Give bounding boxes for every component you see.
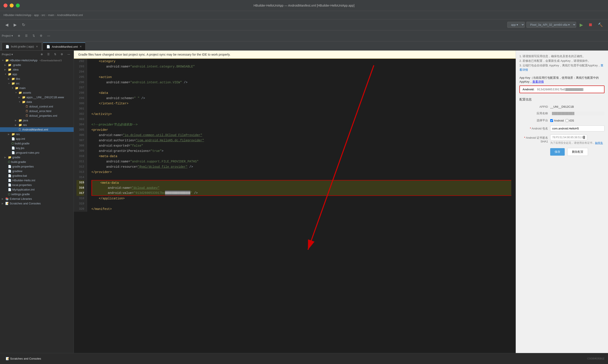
sidebar-item-gradle-properties[interactable]: ▶ 📄 gradle.properties	[0, 164, 74, 169]
run-button[interactable]: ▶	[578, 21, 585, 28]
sidebar-item-scratches-label: Scratches and Consoles	[10, 202, 41, 205]
form-label-sha1: * Android 证书签名SHA1	[519, 134, 548, 143]
sidebar-item-dcloud-properties[interactable]: ▶ 🗒 dcloud_properties.xml	[0, 113, 74, 118]
sidebar-item-scratches[interactable]: ▶ 📝 Scratches and Consoles	[0, 201, 74, 206]
emulator-selector[interactable]: Pixel_3a_API_32_arm64-v8a ▾	[526, 22, 576, 28]
sidebar-list-icon[interactable]: ☰	[46, 52, 52, 57]
list-button[interactable]: ☰	[23, 33, 29, 38]
back-button[interactable]: ◀	[3, 22, 10, 28]
sidebar-item-res2[interactable]: ▶ 📁 res	[0, 132, 74, 136]
form-value-appid: __UNI__D912C1B	[550, 105, 605, 108]
file-icon: 📄	[8, 174, 12, 177]
form-row-sha1: * Android 证书签名SHA1 为了应用安全起见，请使用自有证书，如何生	[519, 134, 605, 145]
arrow-icon: ▶	[4, 68, 7, 71]
sha1-input[interactable]	[550, 134, 587, 140]
code-line-295: <action	[91, 75, 511, 80]
forward-button[interactable]: ▶	[12, 22, 18, 28]
sidebar-item-gradle-folder[interactable]: ▶ 📁 gradle	[0, 155, 74, 160]
sidebar-item-androidmanifest[interactable]: ▶ 🗒 AndroidManifest.xml	[0, 127, 74, 132]
folder-icon: 📁	[18, 119, 22, 122]
ln-295: 295	[77, 75, 84, 80]
breadcrumb-item[interactable]: src	[41, 13, 45, 17]
html-icon: 🗒	[26, 109, 28, 113]
delete-config-button[interactable]: 删除配置	[567, 148, 588, 156]
folder-icon: 📁	[18, 123, 22, 127]
sidebar-item-hbuilder-hello[interactable]: ▶ 📄 HBuilder-Hello.iml	[0, 178, 74, 183]
breadcrumb-item[interactable]: app	[34, 13, 39, 17]
sidebar-item-assets[interactable]: ▼ 📁 assets	[0, 90, 74, 95]
sidebar-item-app[interactable]: ▼ 📁 app	[0, 72, 74, 77]
breadcrumb-item[interactable]: HBuilder-HelloUniApp	[3, 13, 31, 17]
ios-checkbox-container[interactable]: iOS	[566, 119, 574, 122]
sidebar-item-proguard[interactable]: ▶ 📄 proguard-rules.pro	[0, 150, 74, 155]
sidebar-collapse-icon[interactable]: —	[66, 52, 72, 57]
build-button[interactable]: 🔨	[596, 22, 605, 28]
breadcrumb-item[interactable]: main	[48, 13, 54, 17]
sidebar-settings-icon[interactable]: ⚙	[59, 52, 65, 57]
sync-button[interactable]: ⊕	[16, 33, 22, 38]
appkey-link[interactable]: 查看详情	[532, 80, 544, 83]
gradle-icon: ⬡	[8, 160, 10, 164]
sidebar-item-libs[interactable]: ▶ 📁 libs	[0, 77, 74, 81]
sidebar-item-myapplication[interactable]: ▶ 📄 MyApplication.iml	[0, 187, 74, 192]
code-container: 292 293 294 295 296 297 298 299 300 301 …	[74, 59, 516, 212]
android-checkbox[interactable]	[550, 119, 553, 122]
sidebar-item-res2-label: res	[16, 132, 20, 136]
xml-icon: 🗒	[18, 128, 21, 131]
sidebar-item-main[interactable]: ▼ 📁 main	[0, 86, 74, 90]
sidebar-item-gradlew[interactable]: ▶ 📄 gradlew	[0, 169, 74, 173]
sidebar-item-apps[interactable]: ▶ 📁 apps.__UNI__D912C1B.www	[0, 95, 74, 100]
breadcrumb-item[interactable]: AndroidManifest.xml	[57, 13, 83, 17]
sidebar-item-dcloud-control[interactable]: ▶ 🗒 dcloud_control.xml	[0, 104, 74, 109]
folder-icon: 📁	[8, 73, 12, 76]
main-content: Project ▾ ⊕ ☰ ⇅ ⚙ — ▼ 📁 HBuilder-HelloUn…	[0, 51, 608, 355]
sidebar-item-build-gradle[interactable]: ▶ ⬡ build.gradle	[0, 160, 74, 164]
sidebar-item-idea[interactable]: ▶ 📁 .idea	[0, 67, 74, 72]
ln-318: 318	[77, 196, 84, 201]
filter-button[interactable]: ⇅	[31, 33, 37, 38]
sidebar-item-res[interactable]: ▶ 📁 res	[0, 123, 74, 127]
sidebar-item-external-libs[interactable]: ▶ 📚 External Libraries	[0, 196, 74, 201]
sidebar-item-gradlew-bat[interactable]: ▶ 📄 gradlew.bat	[0, 173, 74, 178]
file-icon: 📄	[8, 165, 12, 168]
ios-checkbox[interactable]	[566, 119, 569, 122]
minimize-button[interactable]	[10, 3, 14, 7]
sidebar-item-root[interactable]: ▼ 📁 HBuilder-HelloUniApp ~/Downloads/lat…	[0, 58, 74, 63]
sidebar-item-build-gradle-app[interactable]: ▶ ⬡ build.gradle	[0, 141, 74, 146]
sidebar-item-settings-gradle[interactable]: ▶ ⬡ settings.gradle	[0, 192, 74, 196]
appkey-row: Android: 913d2600533917bd████████████	[519, 86, 605, 93]
sidebar-item-local-properties[interactable]: ▶ 📄 local.properties	[0, 183, 74, 187]
android-pkg-input[interactable]	[550, 126, 605, 131]
sidebar-item-gradlew-label: gradlew	[12, 169, 22, 173]
sidebar-item-src[interactable]: ▼ 📁 src	[0, 81, 74, 86]
stop-button[interactable]: ⏹	[586, 21, 594, 28]
tab-androidmanifest[interactable]: 📄 AndroidManifest.xml ✕	[43, 42, 86, 50]
maximize-button[interactable]	[16, 3, 20, 7]
refresh-button[interactable]: ↻	[20, 22, 27, 28]
sidebar-item-data[interactable]: ▼ 📁 data	[0, 100, 74, 104]
sidebar-sync-icon[interactable]: ⊕	[39, 52, 45, 57]
tab-build-gradle[interactable]: 📄 build.gradle (:app) ✕	[2, 42, 42, 50]
tab-build-gradle-close[interactable]: ✕	[36, 45, 38, 48]
sidebar-item-dcloud-error[interactable]: ▶ 🗒 dcloud_error.html	[0, 109, 74, 113]
run-device-selector[interactable]: app ▾	[507, 22, 525, 28]
sidebar-sort-icon[interactable]: ⇅	[52, 52, 58, 57]
collapse-button[interactable]: —	[46, 33, 52, 38]
notice-link[interactable]: 查看详情	[519, 64, 603, 72]
ln-298: 298	[77, 90, 84, 96]
sidebar-item-gradle[interactable]: ▶ 📁 .gradle	[0, 63, 74, 67]
ln-303: 303	[77, 117, 84, 122]
sha1-hint-link[interactable]: 如何生	[595, 141, 603, 144]
sidebar-item-app-iml[interactable]: ▶ 📄 app.iml	[0, 136, 74, 141]
android-checkbox-container[interactable]: Android	[550, 119, 564, 122]
code-editor[interactable]: 292 293 294 295 296 297 298 299 300 301 …	[74, 59, 516, 355]
iml-icon: 📄	[8, 188, 12, 191]
arrow-icon: ▶	[15, 124, 18, 126]
settings-button[interactable]: ⚙	[38, 33, 44, 38]
sidebar-item-key-jks[interactable]: ▶ 📄 key.jks	[0, 146, 74, 150]
save-button[interactable]: 保存	[550, 148, 565, 156]
tab-androidmanifest-close[interactable]: ✕	[79, 45, 82, 48]
bottom-item-scratches[interactable]: 📝 Scratches and Consoles	[3, 356, 43, 361]
sidebar-item-java[interactable]: ▶ 📁 java	[0, 118, 74, 123]
close-button[interactable]	[3, 3, 7, 7]
